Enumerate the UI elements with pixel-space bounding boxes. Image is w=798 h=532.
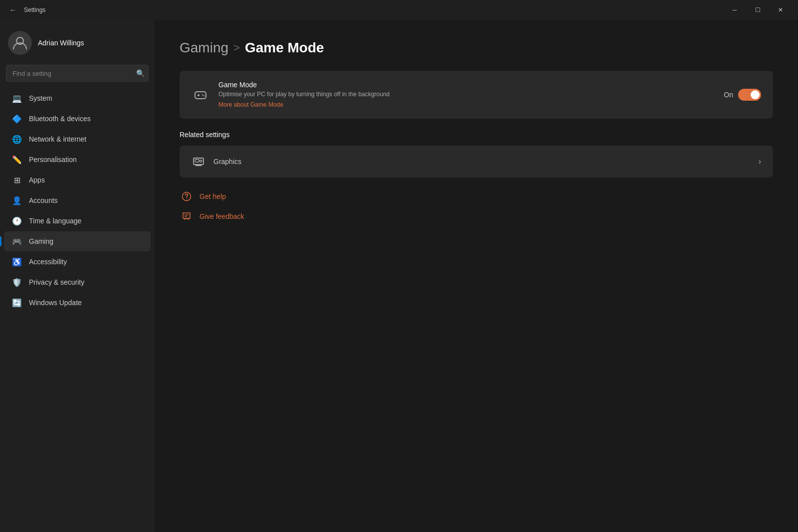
svg-point-5 xyxy=(203,95,204,96)
related-settings-label: Related settings xyxy=(180,131,773,139)
svg-rect-7 xyxy=(195,160,199,162)
search-icon[interactable]: 🔍 xyxy=(136,69,145,77)
window-controls: ─ ☐ ✕ xyxy=(723,0,792,20)
breadcrumb: Gaming > Game Mode xyxy=(180,40,773,56)
avatar xyxy=(8,31,32,55)
toggle-area: On xyxy=(724,89,761,101)
titlebar: ← Settings ─ ☐ ✕ xyxy=(0,0,798,20)
help-links: Get help Give feedback xyxy=(180,189,773,223)
nav-label-bluetooth: Bluetooth & devices xyxy=(29,115,91,123)
nav-icon-system: 💻 xyxy=(12,93,22,103)
maximize-button[interactable]: ☐ xyxy=(746,0,769,20)
toggle-thumb xyxy=(751,90,760,99)
graphics-label: Graphics xyxy=(213,158,751,166)
sidebar-item-accounts[interactable]: 👤 Accounts xyxy=(4,190,151,210)
nav-label-accounts: Accounts xyxy=(29,196,58,204)
nav-icon-privacy: 🛡️ xyxy=(12,277,22,287)
back-button[interactable]: ← xyxy=(6,3,20,17)
nav-icon-bluetooth: 🔷 xyxy=(12,114,22,124)
app-layout: Adrian Willings 🔍 💻 System 🔷 Bluetooth &… xyxy=(0,20,798,532)
graphics-item[interactable]: Graphics › xyxy=(180,146,773,177)
get-help-icon xyxy=(180,189,194,203)
nav-icon-personalisation: ✏️ xyxy=(12,155,22,165)
search-input[interactable] xyxy=(6,65,149,82)
sidebar-item-gaming[interactable]: 🎮 Gaming xyxy=(4,231,151,251)
nav-label-apps: Apps xyxy=(29,176,45,184)
game-mode-title: Game Mode xyxy=(218,81,715,89)
nav-icon-accounts: 👤 xyxy=(12,195,22,205)
graphics-icon xyxy=(192,155,205,169)
svg-point-4 xyxy=(202,94,203,95)
game-mode-link[interactable]: More about Game Mode xyxy=(218,101,283,108)
sidebar: Adrian Willings 🔍 💻 System 🔷 Bluetooth &… xyxy=(0,20,155,532)
nav-icon-gaming: 🎮 xyxy=(12,236,22,246)
give-feedback-label[interactable]: Give feedback xyxy=(200,212,244,220)
nav-label-time: Time & language xyxy=(29,217,81,225)
nav-label-accessibility: Accessibility xyxy=(29,258,67,266)
nav-label-personalisation: Personalisation xyxy=(29,156,77,164)
sidebar-item-time[interactable]: 🕐 Time & language xyxy=(4,211,151,231)
close-button[interactable]: ✕ xyxy=(769,0,792,20)
sidebar-item-personalisation[interactable]: ✏️ Personalisation xyxy=(4,150,151,170)
sidebar-item-privacy[interactable]: 🛡️ Privacy & security xyxy=(4,272,151,292)
nav-icon-network: 🌐 xyxy=(12,134,22,144)
related-settings-card: Graphics › xyxy=(180,146,773,177)
search-box[interactable]: 🔍 xyxy=(6,65,149,82)
user-name: Adrian Willings xyxy=(38,39,84,47)
minimize-button[interactable]: ─ xyxy=(723,0,746,20)
nav-label-system: System xyxy=(29,94,52,102)
svg-point-10 xyxy=(186,198,187,199)
breadcrumb-current: Game Mode xyxy=(245,40,324,56)
get-help-item[interactable]: Get help xyxy=(180,189,773,203)
game-mode-toggle[interactable] xyxy=(738,89,761,101)
sidebar-item-bluetooth[interactable]: 🔷 Bluetooth & devices xyxy=(4,109,151,129)
game-mode-card: Game Mode Optimise your PC for play by t… xyxy=(180,71,773,119)
app-title: Settings xyxy=(24,6,723,13)
give-feedback-icon xyxy=(180,209,194,223)
user-section: Adrian Willings xyxy=(0,25,155,65)
sidebar-item-accessibility[interactable]: ♿ Accessibility xyxy=(4,252,151,272)
toggle-label: On xyxy=(724,91,733,99)
nav-icon-time: 🕐 xyxy=(12,216,22,226)
chevron-right-icon: › xyxy=(759,157,761,166)
nav-label-network: Network & internet xyxy=(29,135,86,143)
main-content: Gaming > Game Mode Game Mode Optimise yo… xyxy=(155,20,798,532)
sidebar-item-update[interactable]: 🔄 Windows Update xyxy=(4,293,151,313)
game-mode-info: Game Mode Optimise your PC for play by t… xyxy=(218,81,715,109)
nav-icon-accessibility: ♿ xyxy=(12,257,22,267)
game-mode-desc: Optimise your PC for play by turning thi… xyxy=(218,91,715,98)
nav-icon-apps: ⊞ xyxy=(12,175,22,185)
nav-label-privacy: Privacy & security xyxy=(29,278,84,286)
breadcrumb-parent[interactable]: Gaming xyxy=(180,40,228,56)
svg-rect-1 xyxy=(195,92,206,99)
give-feedback-item[interactable]: Give feedback xyxy=(180,209,773,223)
nav-list: 💻 System 🔷 Bluetooth & devices 🌐 Network… xyxy=(0,88,155,527)
nav-label-gaming: Gaming xyxy=(29,237,53,245)
get-help-label[interactable]: Get help xyxy=(200,192,226,200)
nav-label-update: Windows Update xyxy=(29,299,82,307)
svg-point-8 xyxy=(200,160,202,162)
game-mode-icon xyxy=(192,86,209,104)
sidebar-item-system[interactable]: 💻 System xyxy=(4,88,151,108)
breadcrumb-separator: > xyxy=(233,41,240,54)
sidebar-item-apps[interactable]: ⊞ Apps xyxy=(4,170,151,190)
sidebar-item-network[interactable]: 🌐 Network & internet xyxy=(4,129,151,149)
nav-icon-update: 🔄 xyxy=(12,298,22,308)
